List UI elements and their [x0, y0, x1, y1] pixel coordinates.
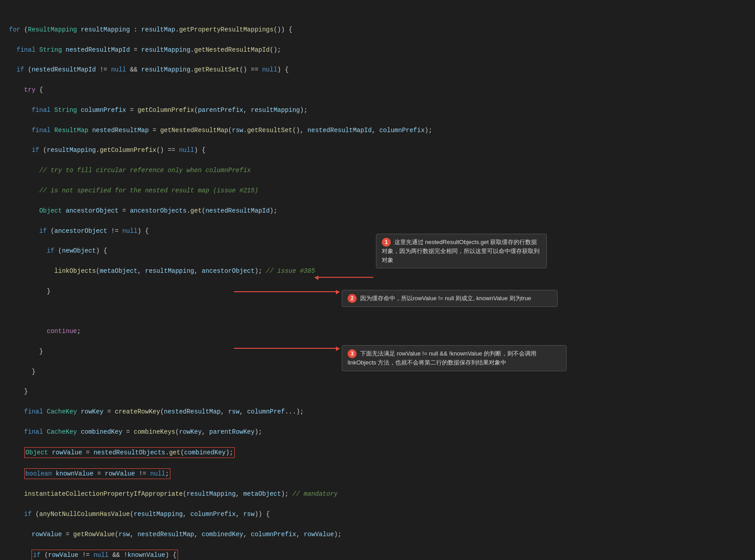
- code-block: for (ResultMapping resultMapping : resul…: [0, 0, 755, 560]
- annotation-1: 1 这里先通过 nestedResultObjects.get 获取缓存的行数据…: [376, 234, 547, 268]
- annotation-3: 3 下面无法满足 rowValue != null && !knownValue…: [342, 345, 567, 371]
- annotation-2: 2 因为缓存命中，所以rowValue != null 则成立, knownVa…: [342, 290, 558, 307]
